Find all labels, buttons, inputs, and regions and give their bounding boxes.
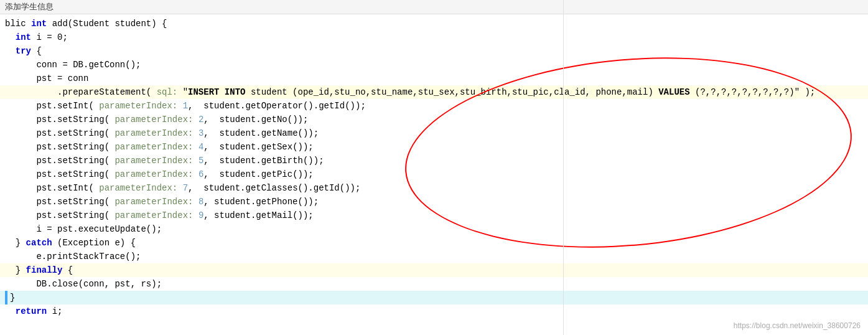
code-line: pst.setString( parameterIndex: 8, studen… (0, 195, 868, 209)
code-line: pst.setString( parameterIndex: 9, studen… (0, 209, 868, 222)
code-line: } catch (Exception e) { (0, 236, 868, 250)
code-line: int i = 0; (0, 31, 868, 44)
code-line: blic int add(Student student) { (0, 17, 868, 31)
code-area: blic int add(Student student) { int i = … (0, 14, 868, 321)
code-line: pst.setInt( parameterIndex: 7, student.g… (0, 181, 868, 195)
title-bar: 添加学生信息 (0, 0, 868, 14)
code-line: DB.close(conn, pst, rs); (0, 277, 868, 291)
code-line: i = pst.executeUpdate(); (0, 222, 868, 236)
code-line: pst.setString( parameterIndex: 5, studen… (0, 154, 868, 168)
code-container: 添加学生信息 blic int add(Student student) { i… (0, 0, 868, 335)
code-line: conn = DB.getConn(); (0, 58, 868, 72)
bottom-annotation: https://blog.csdn.net/weixin_38600726 (734, 321, 861, 330)
finally-line: } finally { (0, 263, 868, 277)
closing-brace-line: } (0, 291, 868, 304)
code-line: e.printStackTrace(); (0, 250, 868, 263)
code-line: pst.setString( parameterIndex: 3, studen… (0, 126, 868, 140)
code-line: pst.setString( parameterIndex: 4, studen… (0, 140, 868, 154)
code-line: pst.setInt( parameterIndex: 1, student.g… (0, 99, 868, 113)
code-line: try { (0, 44, 868, 58)
code-line: pst = conn (0, 72, 868, 85)
code-line: pst.setString( parameterIndex: 2, studen… (0, 113, 868, 126)
sql-line: .prepareStatement( sql: "INSERT INTO stu… (0, 85, 868, 99)
code-line: return i; (0, 304, 868, 318)
code-text: blic int add(Student student) { (5, 17, 167, 31)
code-line: pst.setString( parameterIndex: 6, studen… (0, 168, 868, 181)
